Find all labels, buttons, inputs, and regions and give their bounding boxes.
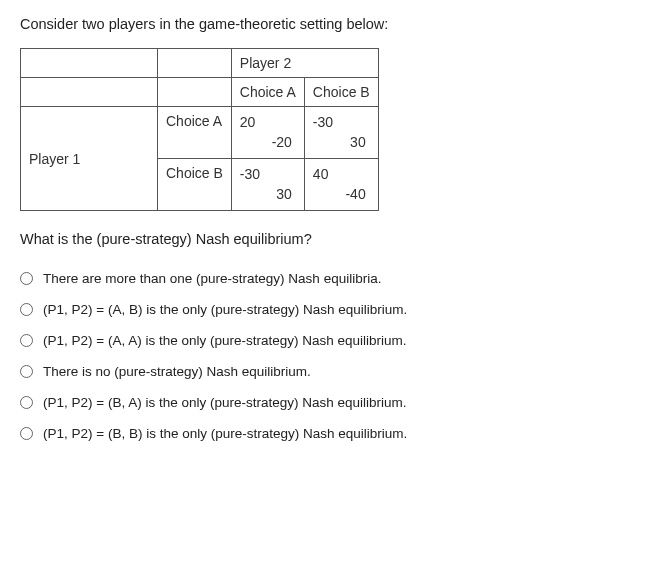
payoff-p2: 30 — [240, 185, 296, 205]
answer-option[interactable]: There are more than one (pure-strategy) … — [20, 271, 625, 286]
payoff-p1: 20 — [240, 113, 296, 133]
payoff-cell-ba: -30 30 — [231, 159, 304, 211]
payoff-matrix: Player 2 Choice A Choice B Player 1 Choi… — [20, 48, 379, 211]
payoff-p2: 30 — [313, 133, 370, 153]
payoff-p1: -30 — [240, 165, 296, 185]
answer-label: (P1, P2) = (B, A) is the only (pure-stra… — [43, 395, 407, 410]
col-header-choice-a: Choice A — [231, 78, 304, 107]
payoff-p2: -20 — [240, 133, 296, 153]
radio-icon[interactable] — [20, 427, 33, 440]
payoff-cell-ab: -30 30 — [304, 107, 378, 159]
row-header-choice-b: Choice B — [158, 159, 232, 211]
payoff-cell-aa: 20 -20 — [231, 107, 304, 159]
answer-option[interactable]: (P1, P2) = (B, A) is the only (pure-stra… — [20, 395, 625, 410]
answer-label: (P1, P2) = (A, B) is the only (pure-stra… — [43, 302, 407, 317]
payoff-p2: -40 — [313, 185, 370, 205]
payoff-p1: -30 — [313, 113, 370, 133]
player2-header: Player 2 — [231, 49, 378, 78]
answer-option[interactable]: There is no (pure-strategy) Nash equilib… — [20, 364, 625, 379]
radio-icon[interactable] — [20, 334, 33, 347]
radio-icon[interactable] — [20, 303, 33, 316]
radio-icon[interactable] — [20, 272, 33, 285]
answer-label: There is no (pure-strategy) Nash equilib… — [43, 364, 311, 379]
payoff-cell-bb: 40 -40 — [304, 159, 378, 211]
answer-option[interactable]: (P1, P2) = (B, B) is the only (pure-stra… — [20, 426, 625, 441]
answer-option[interactable]: (P1, P2) = (A, B) is the only (pure-stra… — [20, 302, 625, 317]
row-header-choice-a: Choice A — [158, 107, 232, 159]
player1-header: Player 1 — [21, 107, 158, 211]
answer-label: There are more than one (pure-strategy) … — [43, 271, 381, 286]
answer-option[interactable]: (P1, P2) = (A, A) is the only (pure-stra… — [20, 333, 625, 348]
col-header-choice-b: Choice B — [304, 78, 378, 107]
payoff-p1: 40 — [313, 165, 370, 185]
radio-icon[interactable] — [20, 365, 33, 378]
answer-list: There are more than one (pure-strategy) … — [20, 271, 625, 441]
question-text: What is the (pure-strategy) Nash equilib… — [20, 231, 625, 247]
answer-label: (P1, P2) = (A, A) is the only (pure-stra… — [43, 333, 407, 348]
answer-label: (P1, P2) = (B, B) is the only (pure-stra… — [43, 426, 407, 441]
radio-icon[interactable] — [20, 396, 33, 409]
question-prompt: Consider two players in the game-theoret… — [20, 16, 625, 32]
